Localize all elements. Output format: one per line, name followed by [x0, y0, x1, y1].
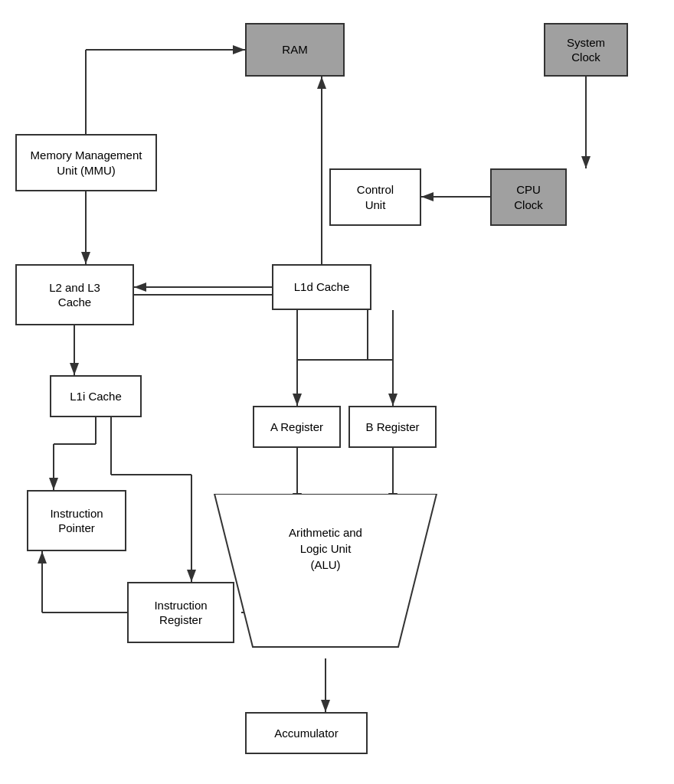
cpu-diagram: RAM System Clock Memory Management Unit … — [0, 0, 674, 784]
ram-box: RAM — [245, 23, 345, 77]
l1i-cache-label: L1i Cache — [70, 389, 122, 404]
system-clock-box: System Clock — [544, 23, 628, 77]
accumulator-box: Accumulator — [245, 712, 368, 754]
instruction-pointer-box: Instruction Pointer — [27, 490, 126, 551]
alu-box: Arithmetic and Logic Unit (ALU) — [207, 494, 444, 655]
l2l3-cache-box: L2 and L3 Cache — [15, 264, 134, 325]
b-register-box: B Register — [348, 406, 437, 448]
alu-label: Arithmetic and Logic Unit (ALU) — [289, 526, 362, 571]
l1i-cache-box: L1i Cache — [50, 375, 142, 417]
control-unit-box: Control Unit — [329, 168, 421, 226]
instruction-register-label: Instruction Register — [154, 598, 207, 628]
cpu-clock-box: CPU Clock — [490, 168, 567, 226]
a-register-box: A Register — [253, 406, 341, 448]
l1d-cache-box: L1d Cache — [272, 264, 371, 310]
instruction-register-box: Instruction Register — [127, 582, 234, 643]
mmu-box: Memory Management Unit (MMU) — [15, 134, 157, 191]
accumulator-label: Accumulator — [274, 726, 338, 741]
b-register-label: B Register — [365, 420, 419, 435]
mmu-label: Memory Management Unit (MMU) — [31, 148, 142, 178]
cpu-clock-label: CPU Clock — [514, 182, 543, 212]
control-unit-label: Control Unit — [357, 182, 394, 212]
ram-label: RAM — [282, 42, 307, 57]
l1d-cache-label: L1d Cache — [294, 279, 350, 295]
l2l3-cache-label: L2 and L3 Cache — [49, 280, 100, 310]
a-register-label: A Register — [270, 420, 323, 435]
instruction-pointer-label: Instruction Pointer — [50, 506, 103, 536]
system-clock-label: System Clock — [567, 35, 605, 65]
